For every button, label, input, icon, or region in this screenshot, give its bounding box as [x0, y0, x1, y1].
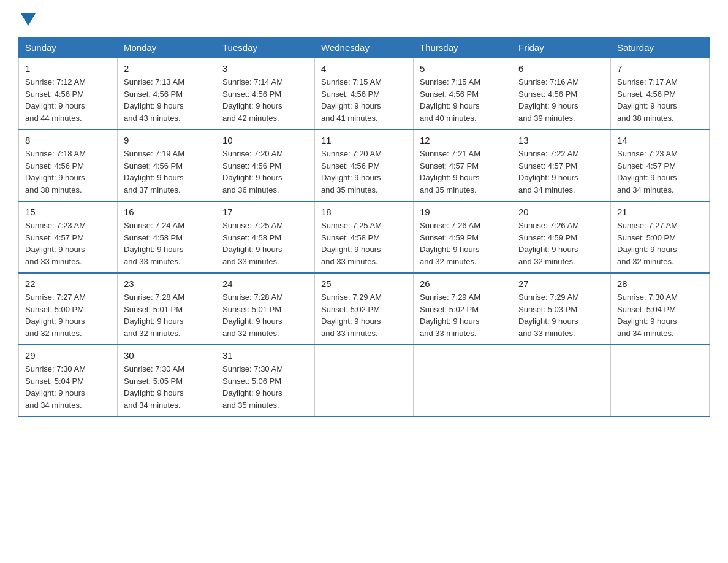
day-number: 3 [222, 63, 308, 74]
day-info: Sunrise: 7:26 AMSunset: 4:59 PMDaylight:… [518, 220, 604, 267]
calendar-week-row: 29Sunrise: 7:30 AMSunset: 5:04 PMDayligh… [19, 345, 710, 416]
calendar-cell [414, 345, 512, 416]
day-number: 30 [124, 350, 210, 361]
day-number: 8 [25, 135, 111, 145]
day-info: Sunrise: 7:27 AMSunset: 5:00 PMDaylight:… [25, 291, 111, 339]
day-number: 26 [420, 278, 506, 289]
day-number: 2 [124, 63, 210, 74]
day-info: Sunrise: 7:20 AMSunset: 4:56 PMDaylight:… [321, 148, 407, 196]
day-number: 31 [222, 350, 308, 361]
day-info: Sunrise: 7:18 AMSunset: 4:56 PMDaylight:… [25, 148, 111, 196]
calendar-cell [315, 345, 414, 416]
day-number: 16 [124, 207, 210, 217]
weekday-header-tuesday: Tuesday [216, 37, 315, 58]
day-info: Sunrise: 7:24 AMSunset: 4:58 PMDaylight:… [124, 220, 210, 267]
day-info: Sunrise: 7:23 AMSunset: 4:57 PMDaylight:… [617, 148, 703, 196]
day-number: 21 [617, 207, 703, 217]
weekday-header-monday: Monday [118, 37, 216, 58]
calendar-cell: 6Sunrise: 7:16 AMSunset: 4:56 PMDaylight… [512, 58, 611, 130]
calendar-cell: 28Sunrise: 7:30 AMSunset: 5:04 PMDayligh… [611, 273, 710, 345]
day-info: Sunrise: 7:19 AMSunset: 4:56 PMDaylight:… [124, 148, 210, 196]
calendar-cell: 4Sunrise: 7:15 AMSunset: 4:56 PMDaylight… [315, 58, 414, 130]
calendar-cell: 31Sunrise: 7:30 AMSunset: 5:06 PMDayligh… [216, 345, 315, 416]
weekday-header-sunday: Sunday [19, 37, 118, 58]
day-number: 14 [617, 135, 703, 145]
day-number: 20 [518, 207, 604, 217]
calendar-cell: 19Sunrise: 7:26 AMSunset: 4:59 PMDayligh… [414, 201, 512, 273]
calendar-cell: 22Sunrise: 7:27 AMSunset: 5:00 PMDayligh… [19, 273, 118, 345]
calendar-cell: 11Sunrise: 7:20 AMSunset: 4:56 PMDayligh… [315, 129, 414, 201]
day-info: Sunrise: 7:12 AMSunset: 4:56 PMDaylight:… [25, 76, 111, 124]
day-number: 9 [124, 135, 210, 145]
day-number: 28 [617, 278, 703, 289]
day-info: Sunrise: 7:27 AMSunset: 5:00 PMDaylight:… [617, 220, 703, 267]
day-info: Sunrise: 7:15 AMSunset: 4:56 PMDaylight:… [321, 76, 407, 124]
day-number: 1 [25, 63, 111, 74]
calendar-cell: 24Sunrise: 7:28 AMSunset: 5:01 PMDayligh… [216, 273, 315, 345]
day-info: Sunrise: 7:29 AMSunset: 5:02 PMDaylight:… [420, 291, 506, 339]
calendar-table: SundayMondayTuesdayWednesdayThursdayFrid… [18, 37, 710, 417]
calendar-cell: 12Sunrise: 7:21 AMSunset: 4:57 PMDayligh… [414, 129, 512, 201]
day-number: 25 [321, 278, 407, 289]
calendar-cell: 14Sunrise: 7:23 AMSunset: 4:57 PMDayligh… [611, 129, 710, 201]
day-info: Sunrise: 7:29 AMSunset: 5:03 PMDaylight:… [518, 291, 604, 339]
calendar-cell: 23Sunrise: 7:28 AMSunset: 5:01 PMDayligh… [118, 273, 216, 345]
day-number: 18 [321, 207, 407, 217]
day-number: 19 [420, 207, 506, 217]
day-number: 7 [617, 63, 703, 74]
weekday-header-friday: Friday [512, 37, 611, 58]
weekday-header-thursday: Thursday [414, 37, 512, 58]
calendar-cell: 13Sunrise: 7:22 AMSunset: 4:57 PMDayligh… [512, 129, 611, 201]
calendar-cell: 18Sunrise: 7:25 AMSunset: 4:58 PMDayligh… [315, 201, 414, 273]
day-number: 12 [420, 135, 506, 145]
day-number: 22 [25, 278, 111, 289]
day-info: Sunrise: 7:30 AMSunset: 5:04 PMDaylight:… [25, 363, 111, 411]
logo-triangle-icon [21, 13, 36, 26]
calendar-cell: 1Sunrise: 7:12 AMSunset: 4:56 PMDaylight… [19, 58, 118, 130]
weekday-header-wednesday: Wednesday [315, 37, 414, 58]
page-header [18, 12, 710, 26]
day-number: 15 [25, 207, 111, 217]
calendar-week-row: 8Sunrise: 7:18 AMSunset: 4:56 PMDaylight… [19, 129, 710, 201]
day-info: Sunrise: 7:15 AMSunset: 4:56 PMDaylight:… [420, 76, 506, 124]
day-info: Sunrise: 7:30 AMSunset: 5:04 PMDaylight:… [617, 291, 703, 339]
calendar-cell: 20Sunrise: 7:26 AMSunset: 4:59 PMDayligh… [512, 201, 611, 273]
calendar-cell: 9Sunrise: 7:19 AMSunset: 4:56 PMDaylight… [118, 129, 216, 201]
calendar-week-row: 22Sunrise: 7:27 AMSunset: 5:00 PMDayligh… [19, 273, 710, 345]
weekday-header-row: SundayMondayTuesdayWednesdayThursdayFrid… [19, 37, 710, 58]
logo [18, 12, 36, 26]
day-info: Sunrise: 7:17 AMSunset: 4:56 PMDaylight:… [617, 76, 703, 124]
day-info: Sunrise: 7:14 AMSunset: 4:56 PMDaylight:… [222, 76, 308, 124]
day-number: 27 [518, 278, 604, 289]
day-info: Sunrise: 7:29 AMSunset: 5:02 PMDaylight:… [321, 291, 407, 339]
day-info: Sunrise: 7:22 AMSunset: 4:57 PMDaylight:… [518, 148, 604, 196]
calendar-cell: 3Sunrise: 7:14 AMSunset: 4:56 PMDaylight… [216, 58, 315, 130]
calendar-week-row: 1Sunrise: 7:12 AMSunset: 4:56 PMDaylight… [19, 58, 710, 130]
day-info: Sunrise: 7:13 AMSunset: 4:56 PMDaylight:… [124, 76, 210, 124]
day-number: 17 [222, 207, 308, 217]
day-number: 10 [222, 135, 308, 145]
weekday-header-saturday: Saturday [611, 37, 710, 58]
day-number: 13 [518, 135, 604, 145]
day-number: 5 [420, 63, 506, 74]
day-info: Sunrise: 7:25 AMSunset: 4:58 PMDaylight:… [222, 220, 308, 267]
day-info: Sunrise: 7:28 AMSunset: 5:01 PMDaylight:… [124, 291, 210, 339]
day-number: 23 [124, 278, 210, 289]
day-number: 6 [518, 63, 604, 74]
calendar-cell: 16Sunrise: 7:24 AMSunset: 4:58 PMDayligh… [118, 201, 216, 273]
day-info: Sunrise: 7:20 AMSunset: 4:56 PMDaylight:… [222, 148, 308, 196]
day-info: Sunrise: 7:26 AMSunset: 4:59 PMDaylight:… [420, 220, 506, 267]
calendar-cell [512, 345, 611, 416]
day-number: 4 [321, 63, 407, 74]
calendar-cell: 26Sunrise: 7:29 AMSunset: 5:02 PMDayligh… [414, 273, 512, 345]
calendar-cell: 21Sunrise: 7:27 AMSunset: 5:00 PMDayligh… [611, 201, 710, 273]
day-info: Sunrise: 7:30 AMSunset: 5:05 PMDaylight:… [124, 363, 210, 411]
calendar-cell: 8Sunrise: 7:18 AMSunset: 4:56 PMDaylight… [19, 129, 118, 201]
day-info: Sunrise: 7:30 AMSunset: 5:06 PMDaylight:… [222, 363, 308, 411]
calendar-cell: 15Sunrise: 7:23 AMSunset: 4:57 PMDayligh… [19, 201, 118, 273]
calendar-week-row: 15Sunrise: 7:23 AMSunset: 4:57 PMDayligh… [19, 201, 710, 273]
calendar-cell: 5Sunrise: 7:15 AMSunset: 4:56 PMDaylight… [414, 58, 512, 130]
calendar-cell: 7Sunrise: 7:17 AMSunset: 4:56 PMDaylight… [611, 58, 710, 130]
day-info: Sunrise: 7:21 AMSunset: 4:57 PMDaylight:… [420, 148, 506, 196]
calendar-cell: 17Sunrise: 7:25 AMSunset: 4:58 PMDayligh… [216, 201, 315, 273]
